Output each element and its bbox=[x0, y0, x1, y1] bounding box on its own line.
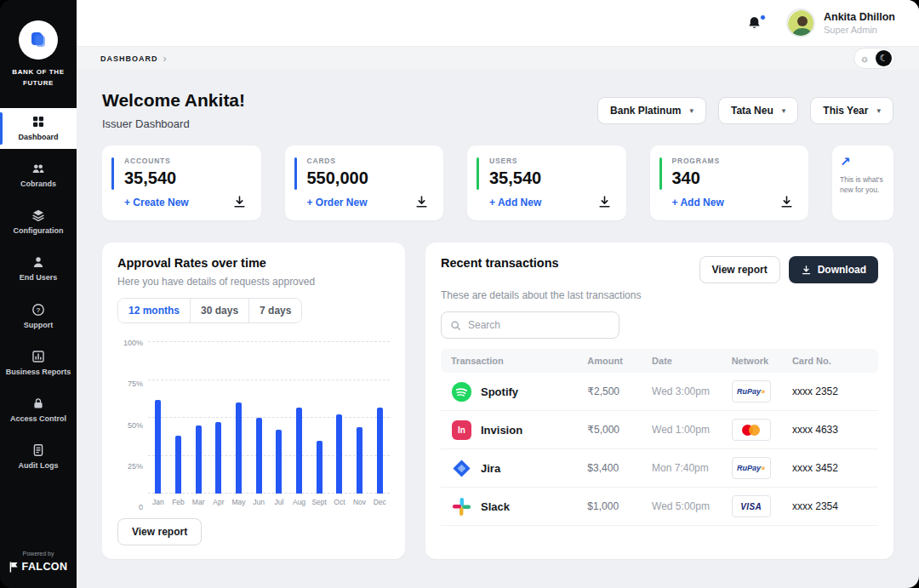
stat-action-link[interactable]: + Order New bbox=[307, 197, 368, 208]
end-users-person-icon bbox=[31, 255, 45, 269]
chevron-down-icon: ▾ bbox=[782, 106, 786, 115]
transaction-name: Spotify bbox=[481, 385, 518, 398]
stat-action-link[interactable]: + Create New bbox=[124, 197, 189, 208]
x-tick-label: Jul bbox=[269, 498, 289, 506]
chart-y-axis: 100%75%50%25%0 bbox=[117, 342, 148, 506]
filter-dropdown-this-year[interactable]: This Year▾ bbox=[810, 97, 893, 124]
tab-7-days[interactable]: 7 days bbox=[249, 299, 301, 323]
stat-label: PROGRAMS bbox=[672, 157, 796, 165]
sidebar-item-support[interactable]: ?Support bbox=[0, 296, 77, 337]
falcon-flag-icon bbox=[9, 562, 19, 573]
sidebar-item-label: Business Reports bbox=[6, 368, 71, 377]
business-reports-chart-icon bbox=[31, 350, 45, 363]
stat-card-cards: CARDS550,000+ Order New bbox=[285, 146, 444, 220]
download-icon[interactable] bbox=[232, 195, 248, 210]
stat-accent-bar bbox=[111, 157, 114, 190]
transaction-name: Invision bbox=[481, 424, 522, 437]
page-subtitle: Issuer Dashboard bbox=[102, 117, 245, 130]
whats-new-card[interactable]: ↗ This is what's new for you. bbox=[832, 146, 893, 220]
stat-value: 340 bbox=[672, 168, 796, 188]
bar-apr bbox=[208, 342, 229, 494]
filter-dropdowns: Bank Platinum▾Tata Neu▾This Year▾ bbox=[597, 97, 893, 124]
search-input[interactable] bbox=[468, 319, 610, 331]
tab-12-months[interactable]: 12 months bbox=[118, 299, 191, 323]
network-badge: VISA bbox=[732, 495, 771, 517]
page-title: Welcome Ankita! bbox=[102, 90, 245, 111]
sidebar-item-business-reports[interactable]: Business Reports bbox=[0, 343, 77, 384]
bar-jun bbox=[248, 342, 269, 494]
transactions-subtitle: These are details about the last transac… bbox=[441, 289, 878, 301]
range-tabs: 12 months30 days7 days bbox=[117, 298, 302, 323]
transaction-row-invision[interactable]: InInvision₹5,000Wed 1:00pmxxxx 4633 bbox=[441, 411, 878, 449]
transaction-amount: ₹5,000 bbox=[587, 424, 652, 436]
sidebar-item-label: Audit Logs bbox=[19, 461, 59, 471]
rupay-logo: RuPay» bbox=[737, 387, 765, 396]
light-mode-icon[interactable]: ☼ bbox=[857, 51, 872, 66]
download-icon[interactable] bbox=[597, 195, 613, 210]
bar-jan bbox=[148, 342, 168, 494]
stat-card-programs: PROGRAMS340+ Add New bbox=[650, 146, 809, 220]
sidebar-item-audit-logs[interactable]: Audit Logs bbox=[0, 437, 77, 477]
approval-view-report-button[interactable]: View report bbox=[117, 518, 202, 545]
sidebar-item-access-control[interactable]: Access Control bbox=[0, 390, 77, 431]
transactions-view-report-button[interactable]: View report bbox=[699, 256, 780, 283]
x-tick-label: Sept bbox=[309, 498, 329, 506]
notifications-bell[interactable] bbox=[745, 14, 764, 32]
sidebar-item-label: Dashboard bbox=[18, 133, 58, 142]
arrow-up-right-icon: ↗ bbox=[840, 154, 886, 169]
sidebar-item-label: Cobrands bbox=[20, 180, 56, 189]
sidebar: BANK OF THE FUTURE DashboardCobrandsConf… bbox=[0, 0, 77, 588]
approval-subtitle: Here you have details of requests approv… bbox=[117, 276, 390, 288]
breadcrumb-bar: DASHBOARD › ☼ ☾ bbox=[77, 46, 919, 70]
transaction-name: Slack bbox=[481, 500, 510, 513]
search-box bbox=[441, 311, 619, 339]
breadcrumb-label[interactable]: DASHBOARD bbox=[100, 54, 158, 63]
download-button[interactable]: Download bbox=[789, 256, 878, 283]
stat-cards-row: ACCOUNTS35,540+ Create NewCARDS550,000+ … bbox=[102, 146, 893, 220]
download-icon[interactable] bbox=[779, 195, 795, 210]
network-badge: RuPay» bbox=[732, 457, 771, 479]
sidebar-item-dashboard[interactable]: Dashboard bbox=[0, 108, 77, 149]
stat-action-link[interactable]: + Add New bbox=[489, 197, 541, 208]
dark-mode-icon[interactable]: ☾ bbox=[876, 50, 892, 66]
transaction-row-slack[interactable]: Slack$1,000Wed 5:00pmVISAxxxx 2354 bbox=[441, 488, 878, 526]
bar-nov bbox=[350, 342, 370, 494]
transactions-title: Recent transactions bbox=[441, 256, 559, 270]
sidebar-item-cobrands[interactable]: Cobrands bbox=[0, 155, 77, 196]
transaction-row-spotify[interactable]: Spotify₹2,500Wed 3:00pmRuPay»xxxx 2352 bbox=[441, 373, 878, 411]
sidebar-item-configuration[interactable]: Configuration bbox=[0, 202, 77, 243]
support-question-icon: ? bbox=[31, 303, 45, 317]
sidebar-item-label: Support bbox=[24, 321, 54, 330]
theme-toggle[interactable]: ☼ ☾ bbox=[853, 48, 895, 69]
column-header-amount: Amount bbox=[587, 356, 652, 366]
stat-card-users: USERS35,540+ Add New bbox=[467, 146, 626, 220]
slack-icon bbox=[451, 496, 472, 517]
transaction-name: Jira bbox=[481, 462, 500, 475]
breadcrumb-chevron-icon: › bbox=[163, 53, 168, 65]
avatar[interactable] bbox=[786, 9, 815, 37]
bank-name: BANK OF THE FUTURE bbox=[0, 67, 77, 89]
user-role: Super Admin bbox=[824, 25, 895, 35]
stat-action-link[interactable]: + Add New bbox=[672, 197, 724, 208]
falcon-brand: FALCON bbox=[9, 561, 68, 573]
bar-aug bbox=[289, 342, 310, 494]
jira-icon bbox=[451, 458, 472, 479]
breadcrumb[interactable]: DASHBOARD › bbox=[100, 53, 168, 65]
access-control-lock-icon bbox=[31, 397, 45, 410]
tab-30-days[interactable]: 30 days bbox=[191, 299, 249, 323]
filter-dropdown-tata-neu[interactable]: Tata Neu▾ bbox=[718, 97, 798, 124]
sidebar-item-end-users[interactable]: End Users bbox=[0, 248, 77, 289]
bar-sept bbox=[309, 342, 329, 494]
user-name: Ankita Dhillon bbox=[824, 11, 895, 23]
filter-dropdown-bank-platinum[interactable]: Bank Platinum▾ bbox=[597, 97, 706, 124]
download-icon[interactable] bbox=[414, 195, 430, 210]
whats-new-text: This is what's new for you. bbox=[840, 174, 886, 196]
transaction-row-jira[interactable]: Jira$3,400Mon 7:40pmRuPay»xxxx 3452 bbox=[441, 449, 878, 488]
jira-icon bbox=[451, 458, 472, 479]
x-tick-label: Aug bbox=[289, 498, 310, 506]
welcome-row: Welcome Ankita! Issuer Dashboard Bank Pl… bbox=[102, 90, 893, 130]
sidebar-item-label: End Users bbox=[20, 273, 58, 283]
user-menu[interactable]: Ankita Dhillon Super Admin bbox=[786, 9, 895, 37]
x-tick-label: Dec bbox=[369, 498, 390, 506]
approval-bar-chart: 100%75%50%25%0 JanFebMarAprMayJunJulAugS… bbox=[117, 342, 390, 506]
